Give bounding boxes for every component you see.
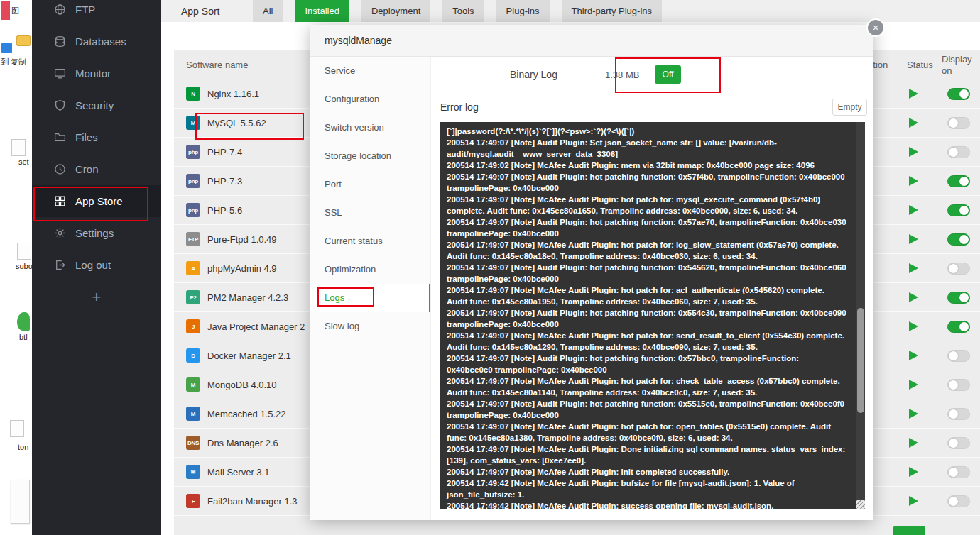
status-running-icon[interactable] [909,205,918,215]
document-icon[interactable] [10,420,24,437]
sidebar-item-monitor[interactable]: Monitor [32,57,161,89]
desktop-shortcut-label[interactable]: subo [16,262,33,270]
log-scrollbar-thumb[interactable] [857,308,864,413]
plant-icon[interactable] [17,312,30,331]
empty-log-button[interactable]: Empty [832,99,867,116]
display-on-dashboard-toggle[interactable] [947,437,970,449]
java-icon: J [186,319,200,333]
mongodb-icon: M [186,377,200,392]
error-log-content: [`]|password(?:/\*.*\*/|(s)`?[`]](?<psw>… [440,122,865,509]
display-on-dashboard-toggle[interactable] [947,292,970,304]
sidebar-item-files[interactable]: Files [32,121,161,153]
sidebar-item-app-store[interactable]: App Store [32,185,161,217]
desktop-shortcut-label[interactable]: set [18,158,29,166]
toggle-knob [959,206,969,215]
display-on-dashboard-toggle[interactable] [947,321,970,333]
display-on-dashboard-toggle[interactable] [947,408,970,420]
partial-green-button[interactable] [893,526,925,535]
modal-menu-item-ssl[interactable]: SSL [310,199,430,227]
folder-icon[interactable] [16,35,31,46]
log-scrollbar[interactable] [856,122,865,500]
status-running-icon[interactable] [909,118,918,128]
sidebar-item-databases[interactable]: Databases [32,26,161,57]
sidebar-item-security[interactable]: Security [32,89,161,121]
status-running-icon[interactable] [909,234,918,244]
status-running-icon[interactable] [909,176,918,186]
fail2ban-icon: F [186,494,200,508]
status-running-icon[interactable] [909,89,918,99]
sidebar-item-label: FTP [75,4,95,16]
status-running-icon[interactable] [909,351,918,360]
display-on-dashboard-toggle[interactable] [947,204,970,216]
sidebar-item-cron[interactable]: Cron [32,153,161,185]
desktop-shortcut-label[interactable]: 图 [11,6,19,16]
desktop-red-icon[interactable] [1,1,10,20]
display-on-dashboard-toggle[interactable] [947,175,970,187]
memcached-icon: M [186,407,200,421]
tab-installed[interactable]: Installed [295,0,349,22]
tab-tools[interactable]: Tools [442,0,484,22]
php-icon: php [186,174,200,188]
display-on-dashboard-toggle[interactable] [947,88,970,100]
binary-log-label: Binary Log [510,69,557,80]
display-on-dashboard-toggle[interactable] [947,379,970,391]
display-on-dashboard-toggle[interactable] [947,233,970,246]
modal-close-icon[interactable]: × [866,18,885,37]
modal-menu-item-port[interactable]: Port [310,170,430,199]
resize-grip-icon[interactable] [856,500,865,509]
error-log-header: Error log Empty [431,92,873,122]
app-name: MongoDB 4.0.10 [207,380,277,390]
status-running-icon[interactable] [909,292,918,302]
sidebar-item-label: Monitor [75,67,111,79]
sidebar-item-settings[interactable]: Settings [32,217,161,249]
display-on-dashboard-toggle[interactable] [947,146,970,158]
phpmyadmin-icon: A [186,261,200,275]
modal-menu-item-logs[interactable]: Logs [310,284,430,312]
desktop-shortcut-label[interactable]: 到 复制 [1,57,26,67]
docker-icon: D [186,348,200,363]
modal-menu-item-optimization[interactable]: Optimization [310,255,430,284]
app-name: Pure-Ftpd 1.0.49 [207,234,277,245]
document-icon[interactable] [17,243,31,260]
sidebar-item-label: Security [75,99,114,111]
modal-menu-item-current-status[interactable]: Current status [310,227,430,255]
app-name: Docker Manager 2.1 [207,351,291,361]
status-running-icon[interactable] [909,321,918,331]
page-icon[interactable] [11,480,30,524]
tab-third-party-plug-ins[interactable]: Third-party Plug-ins [562,0,662,22]
modal-menu-item-configuration[interactable]: Configuration [310,85,430,114]
page-title: App Sort [181,6,253,17]
display-on-dashboard-toggle[interactable] [947,495,970,507]
php-icon: php [186,203,200,217]
display-on-dashboard-toggle[interactable] [947,350,970,362]
status-running-icon[interactable] [909,496,918,506]
display-on-dashboard-toggle[interactable] [947,263,970,275]
status-running-icon[interactable] [909,467,918,477]
display-on-dashboard-toggle[interactable] [947,466,970,478]
desktop-shortcut-label[interactable]: btl [19,333,28,341]
desktop-shortcut-label[interactable]: ton [18,443,28,451]
sidebar-item-ftp[interactable]: FTP [32,0,161,26]
status-running-icon[interactable] [909,409,918,419]
display-on-dashboard-toggle[interactable] [947,117,970,129]
tab-plug-ins[interactable]: Plug-ins [496,0,550,22]
status-running-icon[interactable] [909,438,918,448]
pure-ftpd-icon: FTP [186,232,200,246]
sidebar-item-log-out[interactable]: Log out [32,249,161,281]
modal-menu-item-switch-version[interactable]: Switch version [310,114,430,142]
modal-menu-item-service[interactable]: Service [310,57,430,85]
document-icon[interactable] [11,139,26,156]
modal-menu-item-storage-location[interactable]: Storage location [310,142,430,170]
mysqld-manage-modal: mysqldManage ServiceConfigurationSwitch … [310,25,873,520]
status-running-icon[interactable] [909,380,918,390]
modal-menu-item-slow-log[interactable]: Slow log [310,312,430,341]
binary-log-off-button[interactable]: Off [655,65,681,84]
status-running-icon[interactable] [909,263,918,273]
sidebar-item-label: Databases [75,35,126,48]
tab-all[interactable]: All [253,0,283,22]
status-running-icon[interactable] [909,147,918,157]
desktop-arrow-icon[interactable] [1,43,12,53]
tab-deployment[interactable]: Deployment [361,0,430,22]
error-log-view[interactable]: [`]|password(?:/\*.*\*/|(s)`?[`]](?<psw>… [440,122,865,509]
sidebar-add-button[interactable]: + [32,281,161,313]
